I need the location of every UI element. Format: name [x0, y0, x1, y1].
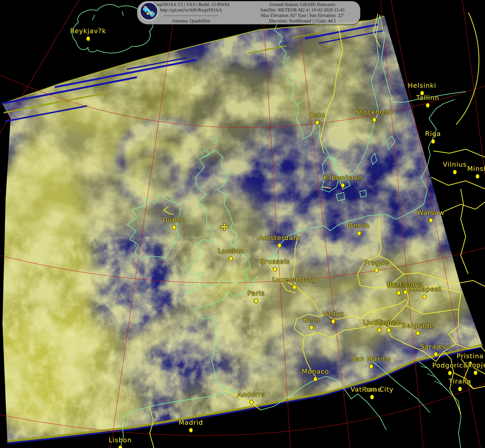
city-label: Luxembourg	[272, 276, 316, 283]
city-label: Oslo	[310, 111, 325, 119]
city-dot	[172, 225, 176, 230]
city-label: Warsaw	[417, 209, 445, 216]
city-dot	[278, 243, 282, 248]
city-label: Podgorica	[432, 361, 468, 369]
city-label: London	[218, 247, 244, 255]
city-label: Paris	[247, 289, 265, 297]
city-label: Sarajevo	[420, 343, 451, 350]
city-dot	[474, 370, 478, 375]
city-dot	[416, 331, 420, 336]
city-dot	[397, 291, 401, 296]
city-label: Helsinki	[408, 82, 437, 89]
city-label: Reykjav?k	[70, 27, 106, 35]
city-dot	[315, 120, 319, 125]
city-label: Zagreb	[376, 319, 401, 326]
city-label: Budapest	[408, 285, 441, 293]
city-dot	[458, 387, 462, 392]
city-label: Brussels	[260, 258, 290, 265]
city-label: Skopje	[464, 361, 485, 369]
city-label: Vaduz	[323, 310, 344, 318]
city-dot	[372, 117, 376, 122]
city-dot	[250, 400, 254, 405]
city-dot	[476, 174, 480, 179]
ground-station-info: Ground Station: G0GHK Doncaster	[245, 2, 360, 7]
satellite-map: RaspiNOAA V2 | V4.0 | Build: 13-BW64 htt…	[0, 0, 485, 448]
city-dot	[189, 428, 193, 433]
city-label: Andorra	[237, 391, 266, 398]
swath-clouds	[0, 0, 485, 448]
city-label: Tallinn	[416, 94, 439, 101]
city-dot	[229, 256, 233, 261]
city-dot	[369, 364, 373, 369]
city-dot	[273, 267, 277, 272]
satellite-pass-info: Satellite: METEOR-M2 4 | 19-02-2026 15:4…	[245, 7, 360, 13]
city-dot	[331, 319, 335, 324]
city-dot	[292, 285, 296, 290]
city-label: Prague	[364, 259, 389, 266]
city-label: Monaco	[302, 368, 329, 375]
city-label: Berlin	[349, 222, 370, 229]
city-dot	[434, 352, 438, 357]
city-dot	[370, 395, 374, 400]
city-dot	[387, 328, 391, 333]
city-dot	[453, 170, 457, 175]
city-dot	[254, 298, 258, 304]
direction-gain-info: Direction: Northbound | | Gain: 44.5	[245, 18, 360, 24]
city-label: Belgrade	[402, 322, 434, 329]
city-label: Lisbon	[109, 436, 132, 444]
city-dot	[431, 139, 435, 144]
city-label: Amsterdam	[259, 234, 300, 241]
city-dot	[448, 371, 452, 376]
city-label: K?benhavn	[323, 174, 362, 182]
header-right-column: Ground Station: G0GHK Doncaster Satellit…	[245, 2, 360, 24]
city-dot	[403, 290, 407, 295]
city-label: Bern	[303, 316, 320, 324]
city-label: Riga	[425, 130, 441, 137]
city-label: San Marino	[351, 355, 391, 362]
city-label: Dublin	[162, 216, 186, 224]
city-dot	[374, 268, 379, 273]
city-dot	[422, 295, 427, 299]
city-dot	[313, 377, 318, 382]
satellite-swath-image	[0, 0, 485, 448]
city-label: Pristina	[457, 352, 484, 360]
city-dot	[86, 36, 90, 41]
city-label: Vilnius	[443, 161, 467, 168]
city-dot	[426, 103, 430, 108]
city-label: Stockholm	[356, 108, 393, 116]
elevation-info: Max Elevation: 82° East | Sun Elevation:…	[245, 13, 360, 18]
raspinoaa-logo-icon	[139, 1, 159, 21]
ground-station-cross-icon	[221, 224, 228, 230]
city-dot	[377, 328, 382, 333]
city-dot	[429, 218, 433, 223]
city-label: Madrid	[179, 419, 203, 426]
city-label: Minsk	[467, 165, 485, 172]
city-dot	[357, 231, 361, 236]
info-header-panel: RaspiNOAA V2 | V4.0 | Build: 13-BW64 htt…	[137, 1, 360, 24]
city-label: Tirana	[449, 377, 471, 385]
city-dot	[310, 325, 314, 330]
city-dot	[341, 183, 345, 188]
city-label: Vatican City	[350, 386, 394, 393]
